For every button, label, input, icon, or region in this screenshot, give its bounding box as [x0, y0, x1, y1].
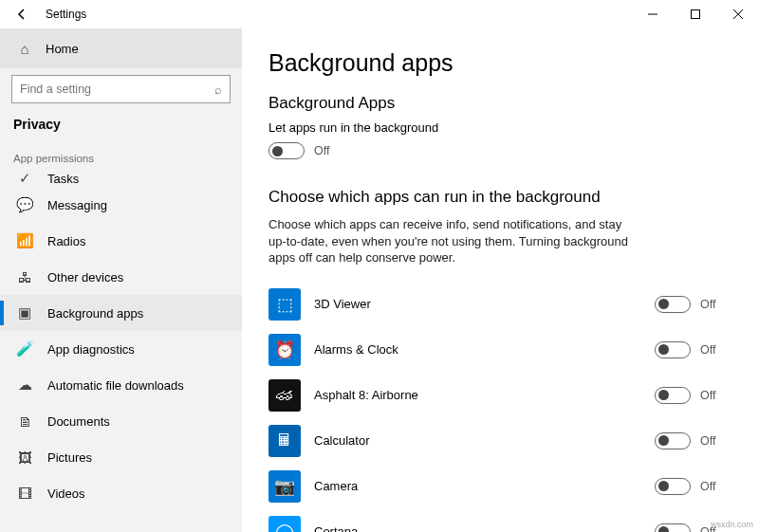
nav-icon: ✓: [17, 171, 32, 186]
app-name: Cortana: [314, 524, 655, 532]
app-toggle-state: Off: [700, 343, 721, 357]
home-icon: ⌂: [17, 41, 32, 56]
category-heading: Privacy: [0, 117, 242, 132]
main-content: Background apps Background Apps Let apps…: [242, 28, 759, 532]
sidebar-item-tasks[interactable]: ✓Tasks: [0, 170, 242, 187]
nav-icon: 🗎: [17, 413, 32, 429]
app-icon: 📷: [268, 470, 301, 503]
app-row-cortana: ◯CortanaOff: [268, 509, 732, 532]
home-label: Home: [46, 42, 79, 56]
app-name: Camera: [314, 479, 655, 493]
nav-label: Documents: [47, 414, 110, 429]
app-name: Alarms & Clock: [314, 342, 655, 357]
nav-label: App diagnostics: [47, 342, 135, 357]
app-toggle[interactable]: [655, 296, 691, 313]
app-row-asphalt-8-airborne: 🏎Asphalt 8: AirborneOff: [268, 373, 732, 418]
app-name: Asphalt 8: Airborne: [314, 388, 655, 402]
app-icon: 🏎: [268, 379, 301, 412]
master-toggle[interactable]: [268, 142, 305, 159]
nav-icon: ☁: [17, 377, 32, 393]
sidebar-item-background-apps[interactable]: ▣Background apps: [0, 295, 242, 331]
sidebar-item-other-devices[interactable]: 🖧Other devices: [0, 259, 242, 295]
search-input[interactable]: [20, 83, 214, 96]
app-icon: ◯: [268, 516, 301, 532]
search-box[interactable]: ⌕: [11, 75, 231, 103]
svg-rect-1: [691, 10, 699, 19]
app-row-calculator: 🖩CalculatorOff: [268, 418, 732, 464]
page-title: Background apps: [268, 49, 732, 77]
app-toggle-state: Off: [700, 298, 721, 311]
sidebar-item-automatic-file-downloads[interactable]: ☁Automatic file downloads: [0, 367, 242, 403]
close-button[interactable]: [716, 0, 759, 28]
window-controls: [631, 0, 759, 28]
app-toggle[interactable]: [655, 523, 691, 532]
nav-label: Automatic file downloads: [47, 378, 184, 393]
section1-title: Background Apps: [268, 94, 732, 113]
arrow-left-icon: [15, 8, 28, 21]
app-toggle[interactable]: [655, 432, 691, 449]
app-toggle-state: Off: [700, 434, 721, 448]
app-list: ⬚3D ViewerOff⏰Alarms & ClockOff🏎Asphalt …: [268, 282, 732, 532]
section2-description: Choose which apps can receive info, send…: [268, 216, 639, 266]
master-toggle-label: Let apps run in the background: [268, 120, 732, 135]
app-toggle-state: Off: [700, 480, 721, 493]
master-toggle-state: Off: [314, 144, 335, 157]
sidebar: ⌂ Home ⌕ Privacy App permissions ✓Tasks💬…: [0, 28, 242, 532]
app-row-alarms-clock: ⏰Alarms & ClockOff: [268, 327, 732, 373]
app-toggle[interactable]: [655, 341, 691, 358]
app-toggle[interactable]: [655, 387, 691, 404]
sidebar-item-documents[interactable]: 🗎Documents: [0, 403, 242, 439]
nav-icon: 🧪: [17, 341, 32, 357]
back-button[interactable]: [8, 0, 36, 28]
app-icon: 🖩: [268, 425, 301, 457]
maximize-button[interactable]: [674, 0, 716, 28]
app-row-camera: 📷CameraOff: [268, 464, 732, 509]
app-name: Calculator: [314, 433, 655, 448]
app-icon: ⏰: [268, 334, 301, 366]
nav-label: Pictures: [47, 450, 92, 465]
app-icon: ⬚: [268, 288, 301, 321]
nav-label: Videos: [47, 486, 85, 501]
sidebar-item-radios[interactable]: 📶Radios: [0, 223, 242, 259]
sidebar-item-pictures[interactable]: 🖼Pictures: [0, 439, 242, 475]
nav-icon: 💬: [17, 197, 32, 212]
nav-label: Messaging: [47, 198, 107, 212]
app-row-3d-viewer: ⬚3D ViewerOff: [268, 282, 732, 327]
watermark: wsxdn.com: [711, 520, 753, 529]
nav-icon: 🖧: [17, 269, 32, 284]
titlebar: Settings: [0, 0, 759, 28]
nav-label: Radios: [47, 234, 85, 248]
nav-icon: 🖼: [17, 449, 32, 465]
section-label: App permissions: [0, 153, 242, 164]
nav-label: Tasks: [47, 172, 79, 186]
minimize-button[interactable]: [631, 0, 674, 28]
nav-icon: 🎞: [17, 486, 32, 501]
app-toggle[interactable]: [655, 478, 691, 495]
nav-label: Background apps: [47, 306, 143, 321]
sidebar-item-messaging[interactable]: 💬Messaging: [0, 187, 242, 223]
section2-title: Choose which apps can run in the backgro…: [268, 188, 732, 207]
nav-icon: ▣: [17, 305, 32, 321]
app-name: 3D Viewer: [314, 297, 655, 311]
sidebar-item-app-diagnostics[interactable]: 🧪App diagnostics: [0, 331, 242, 367]
sidebar-home[interactable]: ⌂ Home: [0, 28, 242, 68]
sidebar-item-videos[interactable]: 🎞Videos: [0, 475, 242, 511]
nav-label: Other devices: [47, 270, 123, 284]
nav-list[interactable]: ✓Tasks💬Messaging📶Radios🖧Other devices▣Ba…: [0, 170, 242, 532]
window-title: Settings: [46, 8, 86, 21]
app-toggle-state: Off: [700, 389, 721, 402]
nav-icon: 📶: [17, 233, 32, 248]
search-icon: ⌕: [214, 83, 222, 97]
